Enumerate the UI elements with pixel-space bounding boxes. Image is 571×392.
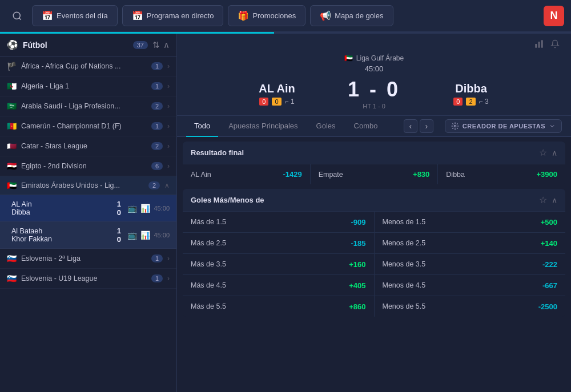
bet-dibba[interactable]: Dibba +3900 bbox=[437, 164, 565, 184]
bet-menos45[interactable]: Menos de 4.5 -667 bbox=[375, 276, 566, 296]
goles-favorite-icon[interactable]: ☆ bbox=[539, 195, 547, 205]
bet-menos55[interactable]: Menos de 5.5 -2500 bbox=[375, 297, 566, 317]
home-yellow-card: 0 bbox=[272, 98, 281, 106]
chevron-down-icon: › bbox=[167, 254, 170, 262]
goles-row-4: Más de 5.5 +860 Menos de 5.5 -2500 bbox=[183, 296, 565, 317]
match-row-albataeh-khorfakkan[interactable]: Al Bataeh Khor Fakkan 1 0 📺 📊 45:00 bbox=[0, 222, 176, 249]
soccer-icon: ⚽ bbox=[7, 39, 18, 50]
away-corners: ⌐ 3 bbox=[479, 98, 489, 106]
home-corners: ⌐ 1 bbox=[285, 98, 295, 106]
creador-de-apuestas-button[interactable]: CREADOR DE APUESTAS bbox=[445, 119, 562, 133]
sidebar-item-egipto[interactable]: 🇪🇬 Egipto - 2nd Division 6 › bbox=[0, 156, 176, 176]
collapse-icon[interactable]: ∧ bbox=[552, 148, 557, 157]
tab-combo[interactable]: Combo bbox=[346, 116, 386, 137]
promociones-button[interactable]: 🎁 Promociones bbox=[228, 5, 305, 26]
home-red-card: 0 bbox=[259, 98, 268, 106]
goles-section: Goles Más/Menos de ☆ ∧ Más de 1.5 -909 M… bbox=[183, 189, 565, 317]
chevron-down-icon: › bbox=[167, 122, 170, 130]
tab-todo[interactable]: Todo bbox=[186, 116, 218, 137]
sidebar-subgroup-emiratos-header[interactable]: 🇦🇪 Emiratos Árabes Unidos - Lig... 2 ∧ bbox=[0, 176, 176, 195]
live-tv-icon[interactable]: 📺 bbox=[127, 231, 137, 240]
sidebar-item-algeria[interactable]: 🇩🇿 Algeria - Liga 1 1 › bbox=[0, 76, 176, 96]
main-layout: ⚽ Fútbol 37 ⇅ ∧ 🏴 África - Africa Cup of… bbox=[0, 34, 571, 392]
bet-mas55[interactable]: Más de 5.5 +860 bbox=[183, 297, 374, 317]
bet-mas35[interactable]: Más de 3.5 +160 bbox=[183, 254, 374, 274]
svg-rect-2 bbox=[535, 44, 537, 48]
away-yellow-card: 2 bbox=[466, 98, 475, 106]
chevron-down-icon: › bbox=[167, 142, 170, 150]
svg-rect-4 bbox=[541, 40, 543, 47]
sidebar-item-eslovenia1[interactable]: 🇸🇮 Eslovenia - 2ª Liga 1 › bbox=[0, 249, 176, 269]
bet-menos15[interactable]: Menos de 1.5 +500 bbox=[375, 212, 566, 232]
away-red-card: 0 bbox=[453, 98, 463, 106]
live-tv-icon[interactable]: 📺 bbox=[127, 204, 137, 213]
chevron-down-icon: › bbox=[167, 62, 170, 70]
goles-header: Goles Más/Menos de ☆ ∧ bbox=[183, 189, 565, 211]
sort-icon[interactable]: ⇅ bbox=[152, 40, 160, 50]
stats-icon[interactable]: 📊 bbox=[140, 231, 150, 240]
match-header: 🇦🇪 Liga Gulf Árabe 45:00 AL Ain 0 0 ⌐ 1 … bbox=[177, 34, 571, 116]
calendar-icon: 📅 bbox=[42, 10, 53, 21]
main-content: 🇦🇪 Liga Gulf Árabe 45:00 AL Ain 0 0 ⌐ 1 … bbox=[177, 34, 571, 392]
bet-mas45[interactable]: Más de 4.5 +405 bbox=[183, 276, 374, 296]
sidebar-subgroup-emiratos: 🇦🇪 Emiratos Árabes Unidos - Lig... 2 ∧ A… bbox=[0, 176, 176, 249]
sidebar-item-arabia[interactable]: 🇸🇦 Arabia Saudí - Liga Profesion... 2 › bbox=[0, 96, 176, 116]
chevron-down-icon: › bbox=[167, 274, 170, 282]
bet-empate[interactable]: Empate +830 bbox=[310, 164, 438, 184]
mapa-de-goles-button[interactable]: 📢 Mapa de goles bbox=[310, 5, 393, 26]
chevron-up-icon: ∧ bbox=[164, 181, 170, 189]
sidebar-item-africa[interactable]: 🏴 África - Africa Cup of Nations ... 1 › bbox=[0, 56, 176, 76]
stats-bar-icon[interactable] bbox=[534, 39, 544, 51]
scoreboard: AL Ain 0 0 ⌐ 1 1 - 0 HT 1 - 0 Dibba 0 2 bbox=[188, 78, 560, 115]
calendar2-icon: 📅 bbox=[132, 10, 143, 21]
eventos-del-dia-button[interactable]: 📅 Eventos del día bbox=[32, 5, 118, 26]
favorite-star-icon[interactable]: ☆ bbox=[539, 147, 547, 158]
sidebar-futbol-header[interactable]: ⚽ Fútbol 37 ⇅ ∧ bbox=[0, 34, 176, 56]
bet-menos35[interactable]: Menos de 3.5 -222 bbox=[375, 254, 566, 274]
goles-row-3: Más de 4.5 +405 Menos de 4.5 -667 bbox=[183, 274, 565, 296]
megaphone-icon: 📢 bbox=[320, 10, 331, 21]
collapse-all-icon[interactable]: ∧ bbox=[163, 40, 170, 50]
svg-line-1 bbox=[19, 18, 21, 19]
bet-alain[interactable]: AL Ain -1429 bbox=[183, 164, 310, 184]
top-nav: 📅 Eventos del día 📅 Programa en directo … bbox=[0, 0, 571, 32]
sidebar-item-eslovenia2[interactable]: 🇸🇮 Eslovenia - U19 League 1 › bbox=[0, 269, 176, 289]
tab-apuestas[interactable]: Apuestas Principales bbox=[220, 116, 305, 137]
league-line: 🇦🇪 Liga Gulf Árabe bbox=[188, 54, 560, 62]
resultado-final-section: Resultado final ☆ ∧ AL Ain -1429 Empate … bbox=[183, 142, 565, 184]
tab-goles[interactable]: Goles bbox=[308, 116, 344, 137]
tabs-prev-button[interactable]: ‹ bbox=[404, 119, 417, 133]
home-team-block: AL Ain 0 0 ⌐ 1 bbox=[214, 82, 340, 106]
gift-icon: 🎁 bbox=[238, 10, 249, 21]
score-block: 1 - 0 HT 1 - 0 bbox=[340, 78, 408, 110]
match-time: 45:00 bbox=[188, 64, 560, 73]
away-team-block: Dibba 0 2 ⌐ 3 bbox=[408, 82, 534, 106]
chevron-down-icon: › bbox=[167, 102, 170, 110]
bet-mas25[interactable]: Más de 2.5 -185 bbox=[183, 233, 374, 253]
goles-row-2: Más de 3.5 +160 Menos de 3.5 -222 bbox=[183, 253, 565, 274]
bet-menos25[interactable]: Menos de 2.5 +140 bbox=[375, 233, 566, 253]
svg-point-5 bbox=[454, 125, 456, 127]
goles-row-1: Más de 2.5 -185 Menos de 2.5 +140 bbox=[183, 232, 565, 253]
svg-point-0 bbox=[13, 12, 20, 19]
bell-icon[interactable] bbox=[550, 39, 560, 51]
sidebar: ⚽ Fútbol 37 ⇅ ∧ 🏴 África - Africa Cup of… bbox=[0, 34, 177, 392]
goles-collapse-icon[interactable]: ∧ bbox=[552, 196, 557, 205]
programa-en-directo-button[interactable]: 📅 Programa en directo bbox=[122, 5, 224, 26]
svg-rect-3 bbox=[538, 42, 540, 48]
stats-icon[interactable]: 📊 bbox=[140, 204, 150, 213]
sidebar-item-camerun[interactable]: 🇨🇲 Camerún - Championnat D1 (F) 1 › bbox=[0, 116, 176, 136]
chevron-down-icon: › bbox=[167, 82, 170, 90]
resultado-final-row: AL Ain -1429 Empate +830 Dibba +3900 bbox=[183, 164, 565, 184]
tabs-bar: Todo Apuestas Principales Goles Combo ‹ … bbox=[177, 116, 571, 137]
sidebar-item-catar[interactable]: 🇶🇦 Catar - Stars League 2 › bbox=[0, 136, 176, 156]
search-icon[interactable] bbox=[7, 6, 27, 26]
brand-logo: N bbox=[544, 6, 564, 26]
match-row-alain-dibba[interactable]: AL Ain Dibba 1 0 📺 📊 45:00 bbox=[0, 195, 176, 222]
goles-row-0: Más de 1.5 -909 Menos de 1.5 +500 bbox=[183, 211, 565, 232]
resultado-final-header: Resultado final ☆ ∧ bbox=[183, 142, 565, 164]
bet-mas15[interactable]: Más de 1.5 -909 bbox=[183, 212, 374, 232]
chevron-down-icon: › bbox=[167, 162, 170, 170]
tabs-next-button[interactable]: › bbox=[420, 119, 433, 133]
